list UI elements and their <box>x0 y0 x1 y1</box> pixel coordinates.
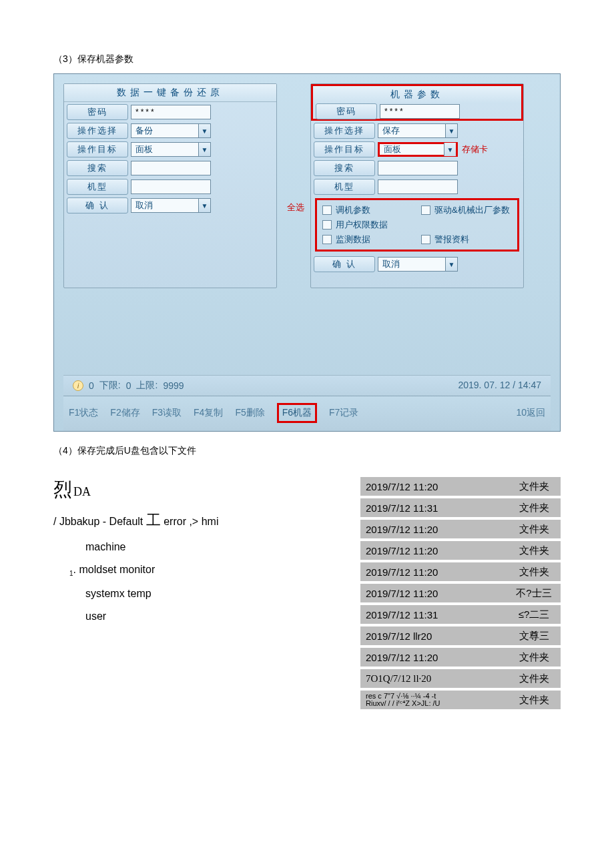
model-button: 机型 <box>314 179 375 195</box>
op-select-value: 备份 <box>135 125 153 137</box>
op-select-dropdown[interactable]: 备份 ▼ <box>131 123 211 138</box>
file-date: 2019/7/12 11:20 <box>360 524 507 535</box>
storage-note: 存储卡 <box>462 143 488 155</box>
file-row: 2019/7/12 11:20文件夹 <box>360 520 561 538</box>
upper-label: 上限: <box>136 380 158 392</box>
file-row: 2019/7/12 11:20不?士三 <box>360 584 561 602</box>
status-bar: i 0 下限: 0 上限: 9999 2019. 07. 12 / 14:47 <box>63 375 551 396</box>
op-target-value: 面板 <box>384 143 401 155</box>
op-select-dropdown[interactable]: 保存 ▼ <box>378 123 458 138</box>
op-select-value: 保存 <box>382 125 400 137</box>
file-type: 文件夹 <box>507 502 561 514</box>
file-row: 2019/7/12 11:31文件夹 <box>360 498 561 517</box>
op-target-button: 操作目标 <box>67 141 128 157</box>
file-row: 2019/7/12 llr20文尊三 <box>360 626 561 645</box>
upper-val: 9999 <box>163 380 184 391</box>
cancel-dropdown[interactable]: 取消 ▼ <box>131 198 211 213</box>
file-date: 7O1Q/7/12 ll·20 <box>360 673 507 685</box>
file-row: res c 7"7 √·⅛ ··¼ -4 -t Riuxv/ / / iᶠᶜ⁴Z… <box>360 691 561 709</box>
machine-params-panel: 机器参数 密码 操作选择 保存 ▼ 操作目标 面板 ▼ <box>310 83 524 288</box>
lower-label: 下限: <box>99 380 121 392</box>
search-field[interactable] <box>131 161 211 175</box>
file-type: 文尊三 <box>507 630 561 642</box>
password-label-button: 密码 <box>67 104 128 120</box>
checkbox-alarm-data[interactable]: 警报资料 <box>421 234 512 246</box>
folder-moldset-monitor: . moldset monitor <box>73 564 156 575</box>
op-target-dropdown[interactable]: 面板 ▼ <box>378 142 458 157</box>
chevron-down-icon: ▼ <box>445 124 457 137</box>
select-all-label: 全选 <box>287 201 304 213</box>
model-field[interactable] <box>131 179 211 194</box>
file-type: 文件夹 <box>507 544 561 557</box>
file-type: 文件夹 <box>507 673 561 685</box>
file-listing-table: 2019/7/12 11:20文件夹2019/7/12 11:31文件夹2019… <box>360 477 561 712</box>
search-button[interactable]: 搜索 <box>67 160 128 176</box>
f6-machine[interactable]: F6机器 <box>277 403 317 423</box>
model-field[interactable] <box>378 179 458 194</box>
folder-systemx-temp: systemx temp <box>85 588 347 600</box>
file-date: 2019/7/12 llr20 <box>360 630 507 642</box>
lower-val: 0 <box>126 380 131 391</box>
machine-panel-screenshot: 数据一键备份还原 密码 操作选择 备份 ▼ 操作目标 面板 ▼ <box>53 73 561 432</box>
cancel-dropdown[interactable]: 取消 ▼ <box>378 257 458 272</box>
file-date: 2019/7/12 11:20 <box>360 652 507 663</box>
confirm-button[interactable]: 确 认 <box>67 197 128 213</box>
function-key-bar: F1状态 F2储存 F3读取 F4复制 F5删除 F6机器 F7记录 10返回 <box>63 396 551 431</box>
file-type: ≤?二三 <box>507 608 561 621</box>
chevron-down-icon: ▼ <box>198 199 210 212</box>
f4-copy[interactable]: F4复制 <box>194 407 223 419</box>
ocr-gong-icon: 工 <box>146 512 161 528</box>
model-button: 机型 <box>67 179 128 195</box>
ocr-line1a: / Jbbakup - Default <box>53 516 146 527</box>
cancel-value: 取消 <box>382 258 400 270</box>
op-select-button: 操作选择 <box>67 123 128 139</box>
chevron-down-icon: ▼ <box>198 124 210 137</box>
info-icon: i <box>73 380 83 391</box>
file-row: 2019/7/12 11:20文件夹 <box>360 541 561 560</box>
search-field[interactable] <box>378 161 458 175</box>
op-target-button: 操作目标 <box>314 141 375 157</box>
file-date: 2019/7/12 11:20 <box>360 566 507 578</box>
file-type: 文件夹 <box>507 566 561 578</box>
status-datetime: 2019. 07. 12 / 14:47 <box>458 380 541 392</box>
f5-delete[interactable]: F5删除 <box>235 407 264 419</box>
file-date: res c 7"7 √·⅛ ··¼ -4 -t Riuxv/ / / iᶠᶜ⁴Z… <box>360 693 507 707</box>
file-type: 文件夹 <box>507 651 561 664</box>
password-field[interactable] <box>131 105 211 119</box>
confirm-button[interactable]: 确 认 <box>314 256 375 272</box>
f2-save[interactable]: F2储存 <box>110 407 139 419</box>
ocr-header-big: 烈 <box>53 479 72 500</box>
f3-read[interactable]: F3读取 <box>152 407 182 419</box>
checkbox-user-perm[interactable]: 用户权限数据 <box>322 219 413 231</box>
ocr-header-sub: DA <box>73 485 91 498</box>
password-field[interactable] <box>380 104 460 119</box>
file-row: 2019/7/12 11:20文件夹 <box>360 648 561 667</box>
file-type: 文件夹 <box>507 523 561 536</box>
password-label-button: 密码 <box>316 103 377 119</box>
file-list-left-text: 烈DA / Jbbakup - Default 工 error ,> hmi m… <box>53 477 347 712</box>
file-date: 2019/7/12 11:31 <box>360 502 507 514</box>
chevron-down-icon: ▼ <box>444 143 456 156</box>
cancel-value: 取消 <box>135 199 153 211</box>
folder-user: user <box>85 610 347 622</box>
backup-restore-panel: 数据一键备份还原 密码 操作选择 备份 ▼ 操作目标 面板 ▼ <box>63 83 277 288</box>
chevron-down-icon: ▼ <box>198 143 210 156</box>
checkbox-drive-factory[interactable]: 驱动&机械出厂参数 <box>421 204 512 216</box>
folder-machine: machine <box>85 541 347 553</box>
checkbox-tune-params[interactable]: 调机参数 <box>322 204 413 216</box>
checkbox-icon <box>421 205 430 215</box>
file-row: 7O1Q/7/12 ll·20文件夹 <box>360 669 561 688</box>
file-type: 不?士三 <box>507 587 561 600</box>
chevron-down-icon: ▼ <box>445 258 457 271</box>
file-row: 2019/7/12 11:31≤?二三 <box>360 605 561 624</box>
f7-record[interactable]: F7记录 <box>329 407 358 419</box>
file-date: 2019/7/12 11:31 <box>360 609 507 620</box>
search-button[interactable]: 搜索 <box>314 160 375 176</box>
status-num: 0 <box>89 380 94 391</box>
checkbox-icon <box>322 220 332 230</box>
op-target-dropdown[interactable]: 面板 ▼ <box>131 142 211 157</box>
checkbox-monitor-data[interactable]: 监测数据 <box>322 234 413 246</box>
f10-back[interactable]: 10返回 <box>516 407 545 419</box>
backup-panel-title: 数据一键备份还原 <box>64 84 276 102</box>
f1-status[interactable]: F1状态 <box>69 407 98 419</box>
